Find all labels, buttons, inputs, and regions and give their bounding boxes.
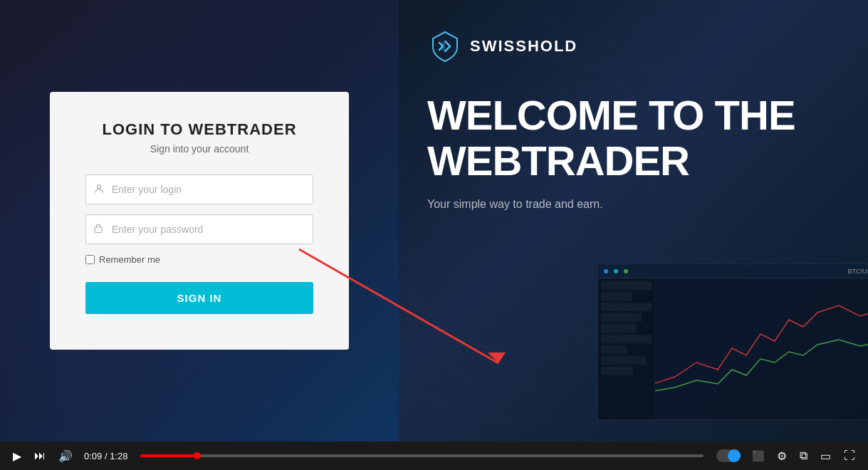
mockup-sidebar xyxy=(598,278,655,419)
login-title: LOGIN TO WEBTRADER xyxy=(85,120,313,139)
progress-fill xyxy=(140,454,197,457)
svg-rect-1 xyxy=(95,227,102,233)
trading-mockup: BTC/USD xyxy=(597,263,868,420)
password-input-wrapper xyxy=(85,214,313,244)
mockup-row xyxy=(601,292,632,301)
subtitles-button[interactable]: ⬛ xyxy=(751,449,765,463)
sign-in-button[interactable]: SIGN IN xyxy=(85,282,313,314)
mockup-dot-3 xyxy=(624,269,628,273)
mockup-body xyxy=(598,278,868,419)
mockup-row xyxy=(601,345,627,354)
toggle-track xyxy=(716,449,741,462)
login-input-wrapper xyxy=(85,174,313,204)
login-input[interactable] xyxy=(85,174,313,204)
user-icon xyxy=(94,184,104,196)
mockup-row xyxy=(601,281,652,290)
controls-bar: ▶ ⏭ 🔊 0:09 / 1:28 ⬛ ⚙ ⧉ ▭ ⛶ xyxy=(0,442,868,470)
remember-label: Remember me xyxy=(99,254,160,265)
remember-wrapper: Remember me xyxy=(85,254,313,265)
mockup-chart-area xyxy=(655,278,868,419)
next-button[interactable]: ⏭ xyxy=(33,448,47,464)
chart-svg xyxy=(655,278,868,419)
mockup-row xyxy=(601,356,647,365)
welcome-main: WELCOME TO THE WEBTRADER xyxy=(427,93,840,184)
progress-bar-container[interactable] xyxy=(140,454,704,457)
toggle-thumb xyxy=(728,449,741,462)
brand-name: SWISSHOLD xyxy=(470,37,577,56)
mockup-row xyxy=(601,303,652,311)
svg-point-0 xyxy=(98,185,101,189)
password-input[interactable] xyxy=(85,214,313,244)
play-button[interactable]: ▶ xyxy=(11,448,23,464)
fullscreen-button[interactable]: ⛶ xyxy=(842,448,857,464)
mockup-row xyxy=(601,324,637,333)
mockup-row xyxy=(601,367,634,375)
progress-indicator xyxy=(194,452,201,459)
lock-icon xyxy=(94,224,103,236)
time-display: 0:09 / 1:28 xyxy=(84,451,127,461)
volume-button[interactable]: 🔊 xyxy=(57,448,74,464)
left-panel: LOGIN TO WEBTRADER Sign into your accoun… xyxy=(0,0,399,442)
login-card: LOGIN TO WEBTRADER Sign into your accoun… xyxy=(50,92,349,350)
right-panel: SWISSHOLD WELCOME TO THE WEBTRADER Your … xyxy=(399,0,868,442)
autoplay-toggle[interactable] xyxy=(716,449,741,462)
brand-header: SWISSHOLD xyxy=(427,28,840,64)
brand-logo xyxy=(427,28,463,64)
welcome-tagline: Your simple way to trade and earn. xyxy=(427,198,840,211)
mockup-dot-1 xyxy=(604,269,608,273)
remember-checkbox[interactable] xyxy=(85,255,95,264)
mockup-header: BTC/USD xyxy=(598,264,868,278)
settings-controls: ⬛ ⚙ ⧉ ▭ ⛶ xyxy=(716,448,857,464)
settings-button[interactable]: ⚙ xyxy=(775,448,788,464)
theater-button[interactable]: ▭ xyxy=(819,448,832,464)
svg-rect-4 xyxy=(441,42,445,51)
mockup-row xyxy=(601,335,652,343)
mockup-dot-2 xyxy=(614,269,618,273)
login-subtitle: Sign into your account xyxy=(85,143,313,155)
miniplayer-button[interactable]: ⧉ xyxy=(798,448,809,464)
mockup-row xyxy=(601,313,642,322)
mockup-title: BTC/USD xyxy=(634,268,868,275)
